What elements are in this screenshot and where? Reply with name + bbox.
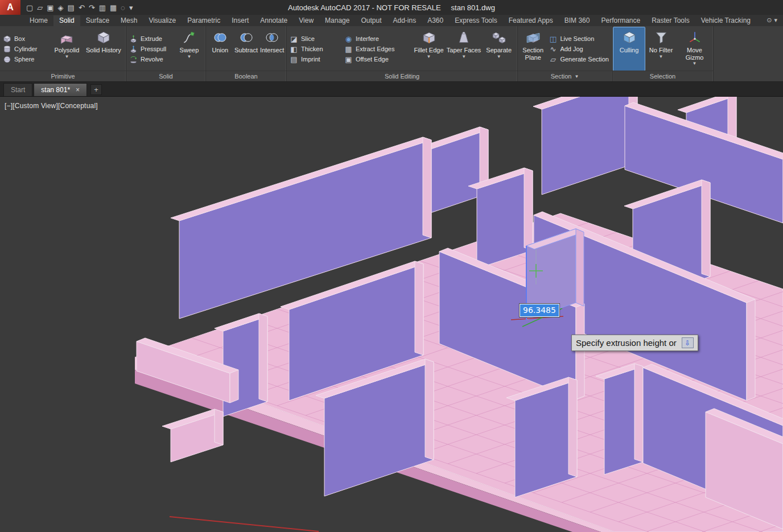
separate-icon [492,30,506,45]
offset-edge-button[interactable]: ▣ Offset Edge [344,55,410,64]
dynamic-input-value: 96.3485 [520,304,559,316]
dropdown-arrow-icon: ▼ [659,55,664,59]
ribbon-tab-visualize[interactable]: Visualize [143,15,182,26]
ribbon-tab-solid[interactable]: Solid [53,15,80,26]
interfere-button[interactable]: ◉ Interfere [344,35,410,43]
separate-button[interactable]: Separate ▼ [481,27,516,71]
ribbon-tab-output[interactable]: Output [355,15,387,26]
ribbon-cycle-icon[interactable]: ⊙ [766,17,772,24]
ribbon-options[interactable]: ⊙ ▾ [766,17,777,24]
file-tab-start[interactable]: Start [3,83,32,96]
panel-solid: Extrude Presspull Revolve Sweep ▼ Solid [126,26,206,81]
ribbon-tab-mesh[interactable]: Mesh [115,15,143,26]
ribbon-tab-vehicle-tracking[interactable]: Vehicle Tracking [695,15,756,26]
qat-save-as-icon[interactable]: ◈ [58,4,64,11]
live-section-button[interactable]: ◫ Live Section [549,35,609,43]
wall-cap [415,261,423,355]
ribbon-tab-bar: HomeSolidSurfaceMeshVisualizeParametricI… [0,15,783,26]
add-jog-icon: ∿ [549,45,557,53]
imprint-icon: ▤ [290,55,298,64]
panel-expand-arrow-icon[interactable]: ▼ [574,75,579,79]
sweep-button[interactable]: Sweep ▼ [174,27,204,71]
polysolid-icon [59,30,74,45]
ribbon-tab-surface[interactable]: Surface [80,15,115,26]
ribbon-tab-express-tools[interactable]: Express Tools [449,15,502,26]
qat-properties-icon[interactable]: ◌ [121,4,125,11]
ribbon-tab-featured-apps[interactable]: Featured Apps [503,15,559,26]
ribbon-tab-parametric[interactable]: Parametric [182,15,226,26]
interfere-label: Interfere [356,35,379,42]
close-tab-icon[interactable]: × [76,86,80,93]
fillet-edge-button[interactable]: Fillet Edge ▼ [411,27,446,71]
ribbon-collapse-arrow-icon[interactable]: ▾ [774,17,777,24]
ribbon-tab-performance[interactable]: Performance [595,15,646,26]
presspull-button[interactable]: Presspull [129,45,172,53]
ribbon-tab-manage[interactable]: Manage [319,15,355,26]
wall-face [542,97,637,195]
subtract-icon [239,30,254,45]
cylinder-button[interactable]: Cylinder [3,45,50,53]
viewport-controls[interactable]: [−][Custom View][Conceptual] [5,102,98,110]
qat-open-icon[interactable]: ▱ [37,4,43,11]
ribbon-tab-view[interactable]: View [293,15,319,26]
ribbon-empty-space [714,26,783,81]
qat-sheet-set-icon[interactable]: ▦ [110,4,117,11]
ribbon-tab-add-ins[interactable]: Add-ins [388,15,422,26]
qat-new-icon[interactable]: ▢ [26,4,33,11]
qat-qat-menu-icon[interactable]: ▾ [129,4,133,11]
new-drawing-tab-button[interactable]: + [90,84,102,95]
qat-redo-icon[interactable]: ↷ [89,4,95,11]
ribbon-tab-home[interactable]: Home [24,15,53,26]
add-jog-label: Add Jog [560,46,583,52]
culling-label: Culling [620,47,639,54]
ribbon-tab-bim-360[interactable]: BIM 360 [559,15,596,26]
culling-icon [622,30,637,45]
extrude-button[interactable]: Extrude [129,35,172,43]
move-gizmo-button[interactable]: Move Gizmo ▼ [677,27,712,71]
qat-plot-icon[interactable]: ▤ [68,4,75,11]
subtract-button[interactable]: Subtract [233,27,259,71]
ribbon-tab-raster-tools[interactable]: Raster Tools [646,15,695,26]
qat-undo-icon[interactable]: ↶ [79,4,85,11]
add-jog-button[interactable]: ∿ Add Jog [549,45,609,53]
qat-save-icon[interactable]: ▣ [47,4,53,11]
drawing-viewport[interactable]: [−][Custom View][Conceptual] 96.3485 Spe… [0,97,783,532]
autocad-app-button[interactable]: A [0,0,20,15]
wall-cap [215,409,223,445]
culling-button[interactable]: Culling [613,27,645,71]
thicken-button[interactable]: ◧ Thicken [290,45,341,53]
dynamic-input-field[interactable]: 96.3485 [519,303,560,317]
drawing-canvas[interactable] [0,97,783,532]
box-button[interactable]: Box [3,35,50,43]
solid-history-button[interactable]: Solid History [83,27,125,71]
command-tooltip: Specify extrusion height or ⇩ [571,335,698,351]
union-label: Union [212,47,228,54]
move-gizmo-label: Move Gizmo [677,47,712,61]
plus-icon: + [94,86,98,93]
ribbon-tab-insert[interactable]: Insert [226,15,254,26]
generate-section-icon: ▱ [549,55,557,64]
ribbon-tab-annotate[interactable]: Annotate [254,15,293,26]
x-axis-line [170,517,319,531]
polysolid-button[interactable]: Polysolid ▼ [51,27,83,71]
no-filter-button[interactable]: No Filter ▼ [645,27,677,71]
ribbon-tab-a360[interactable]: A360 [422,15,449,26]
extrude-label: Extrude [141,35,162,42]
extract-edges-button[interactable]: ▦ Extract Edges [344,45,410,53]
slice-button[interactable]: ◪ Slice [290,35,341,43]
dropdown-arrow-icon: ▼ [427,55,431,59]
wall-cap [634,364,643,462]
union-button[interactable]: Union [207,27,233,71]
qat-print-icon[interactable]: ▥ [99,4,106,11]
taper-faces-button[interactable]: Taper Faces ▼ [446,27,482,71]
file-tab-stan-801[interactable]: stan 801* × [34,83,87,96]
panel-title-solid-editing: Solid Editing [385,73,419,80]
imprint-button[interactable]: ▤ Imprint [290,55,341,64]
slice-icon: ◪ [290,35,298,43]
revolve-button[interactable]: Revolve [129,55,172,64]
sphere-button[interactable]: Sphere [3,55,50,64]
intersect-button[interactable]: Intersect [259,27,285,71]
box-label: Box [14,35,25,42]
section-plane-button[interactable]: Section Plane [519,27,547,71]
generate-section-button[interactable]: ▱ Generate Section [549,55,609,64]
